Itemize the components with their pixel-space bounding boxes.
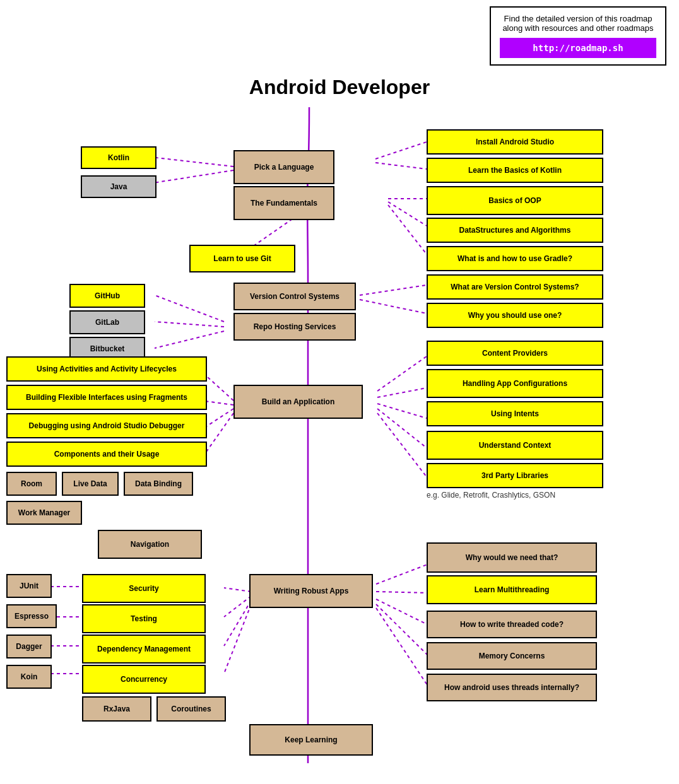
node-gradle[interactable]: What is and how to use Gradle? bbox=[427, 246, 603, 271]
node-build-app[interactable]: Build an Application bbox=[233, 385, 363, 419]
svg-line-29 bbox=[376, 604, 427, 655]
node-data-binding[interactable]: Data Binding bbox=[124, 472, 193, 496]
node-why-vcs[interactable]: Why you should use one? bbox=[427, 303, 603, 328]
node-how-android[interactable]: How android uses threads internally? bbox=[427, 674, 597, 701]
node-java[interactable]: Java bbox=[81, 175, 156, 198]
node-install-android[interactable]: Install Android Studio bbox=[427, 129, 603, 155]
node-handling-app[interactable]: Handling App Configurations bbox=[427, 369, 603, 398]
svg-line-30 bbox=[376, 608, 427, 685]
node-fragments[interactable]: Building Flexible Interfaces using Fragm… bbox=[6, 385, 207, 410]
svg-line-25 bbox=[224, 604, 251, 674]
svg-line-1 bbox=[145, 170, 233, 184]
node-what-vcs[interactable]: What are Version Control Systems? bbox=[427, 274, 603, 300]
node-components[interactable]: Components and their Usage bbox=[6, 442, 207, 467]
node-testing[interactable]: Testing bbox=[82, 604, 206, 633]
svg-line-2 bbox=[375, 142, 427, 159]
node-junit[interactable]: JUnit bbox=[6, 574, 52, 598]
svg-line-17 bbox=[377, 356, 427, 391]
third-party-note: e.g. Glide, Retrofit, Crashlytics, GSON bbox=[427, 491, 555, 500]
node-debugging[interactable]: Debugging using Android Studio Debugger bbox=[6, 413, 207, 438]
node-koin[interactable]: Koin bbox=[6, 665, 52, 689]
node-room[interactable]: Room bbox=[6, 472, 57, 496]
node-coroutines[interactable]: Coroutines bbox=[156, 696, 226, 722]
node-github[interactable]: GitHub bbox=[69, 284, 145, 308]
node-keep-learning[interactable]: Keep Learning bbox=[249, 724, 373, 756]
node-dagger[interactable]: Dagger bbox=[6, 635, 52, 658]
node-vcs[interactable]: Version Control Systems bbox=[233, 283, 356, 310]
node-espresso[interactable]: Espresso bbox=[6, 604, 57, 628]
page-title: Android Developer bbox=[0, 76, 679, 99]
svg-line-20 bbox=[377, 409, 427, 448]
svg-line-19 bbox=[377, 404, 427, 418]
node-learn-multi[interactable]: Learn Multithreading bbox=[427, 575, 597, 604]
node-understand-context[interactable]: Understand Context bbox=[427, 431, 603, 460]
node-memory-concerns[interactable]: Memory Concerns bbox=[427, 642, 597, 670]
svg-line-24 bbox=[224, 600, 251, 646]
svg-line-3 bbox=[375, 163, 427, 169]
svg-line-21 bbox=[377, 413, 427, 477]
node-using-intents[interactable]: Using Intents bbox=[427, 401, 603, 426]
node-content-providers[interactable]: Content Providers bbox=[427, 341, 603, 366]
node-security[interactable]: Security bbox=[82, 574, 206, 603]
svg-line-26 bbox=[376, 565, 427, 584]
svg-line-27 bbox=[376, 592, 427, 593]
node-concurrency[interactable]: Concurrency bbox=[82, 665, 206, 694]
node-repo-hosting[interactable]: Repo Hosting Services bbox=[233, 313, 356, 341]
svg-line-10 bbox=[155, 295, 224, 322]
node-live-data[interactable]: Live Data bbox=[62, 472, 119, 496]
svg-line-12 bbox=[155, 331, 224, 348]
node-learn-kotlin[interactable]: Learn the Basics of Kotlin bbox=[427, 158, 603, 183]
node-gitlab[interactable]: GitLab bbox=[69, 310, 145, 334]
node-activities[interactable]: Using Activities and Activity Lifecycles bbox=[6, 356, 207, 382]
node-kotlin[interactable]: Kotlin bbox=[81, 146, 156, 169]
url-button[interactable]: http://roadmap.sh bbox=[500, 38, 656, 58]
node-fundamentals[interactable]: The Fundamentals bbox=[233, 186, 334, 220]
node-third-party[interactable]: 3rd Party Libraries bbox=[427, 463, 603, 488]
svg-line-8 bbox=[360, 285, 427, 295]
svg-line-6 bbox=[388, 205, 427, 254]
node-pick-language[interactable]: Pick a Language bbox=[233, 150, 334, 184]
node-work-manager[interactable]: Work Manager bbox=[6, 501, 82, 525]
info-box: Find the detailed version of this roadma… bbox=[490, 6, 666, 66]
svg-line-23 bbox=[224, 596, 251, 617]
node-why-need[interactable]: Why would we need that? bbox=[427, 542, 597, 573]
node-dep-management[interactable]: Dependency Management bbox=[82, 635, 206, 664]
node-how-thread[interactable]: How to write threaded code? bbox=[427, 611, 597, 638]
info-text: Find the detailed version of this roadma… bbox=[500, 14, 656, 33]
svg-line-11 bbox=[155, 322, 224, 327]
node-rxjava[interactable]: RxJava bbox=[82, 696, 151, 722]
node-navigation[interactable]: Navigation bbox=[98, 530, 202, 559]
svg-line-28 bbox=[376, 599, 427, 624]
svg-line-5 bbox=[388, 202, 427, 226]
svg-line-18 bbox=[377, 388, 427, 397]
svg-line-9 bbox=[360, 300, 427, 313]
node-data-structures[interactable]: DataStructures and Algorithms bbox=[427, 218, 603, 243]
node-learn-git[interactable]: Learn to use Git bbox=[189, 245, 295, 272]
svg-line-22 bbox=[224, 588, 251, 592]
node-writing-robust[interactable]: Writing Robust Apps bbox=[249, 574, 373, 608]
svg-line-0 bbox=[145, 156, 233, 167]
node-basics-oop[interactable]: Basics of OOP bbox=[427, 186, 603, 215]
